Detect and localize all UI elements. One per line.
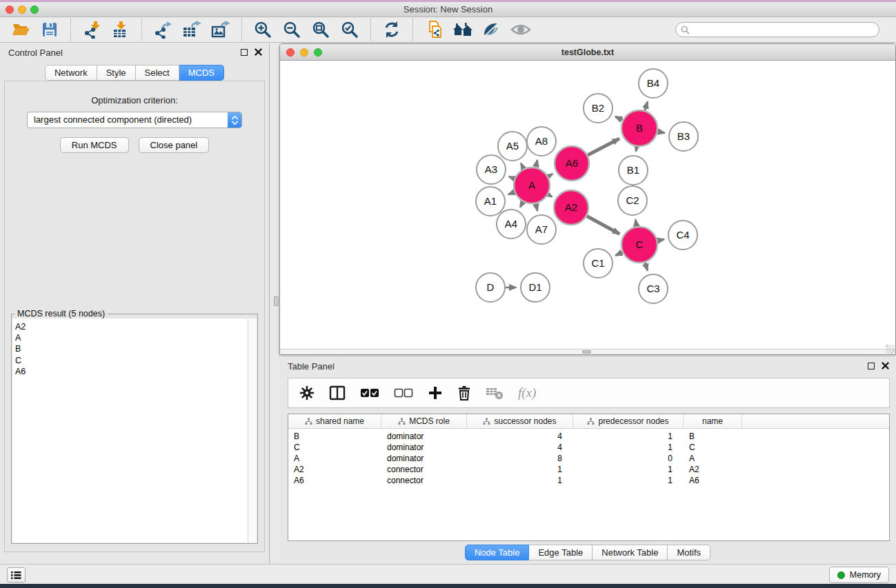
- graph-node-D1[interactable]: D1: [521, 273, 550, 302]
- graph-node-C1[interactable]: C1: [584, 249, 613, 278]
- table-cell[interactable]: 1: [573, 431, 684, 442]
- edge-A-A8[interactable]: [536, 160, 537, 167]
- table-settings-gear-icon[interactable]: [299, 385, 315, 401]
- edge-A-A6[interactable]: [548, 174, 552, 176]
- table-cell[interactable]: 1: [573, 464, 684, 475]
- edge-A6-B[interactable]: [588, 139, 619, 155]
- graph-node-B1[interactable]: B1: [619, 156, 648, 185]
- network-canvas[interactable]: B4B2BB3A5A8A6B1A3AC2A1A2A4A7C4CC1C3DD1: [280, 61, 895, 349]
- network-hscroll-thumb[interactable]: [582, 350, 591, 354]
- tab-network-table[interactable]: Network Table: [593, 545, 668, 560]
- import-table-icon[interactable]: [110, 20, 131, 39]
- tab-node-table[interactable]: Node Table: [465, 545, 530, 560]
- table-cell[interactable]: A6: [288, 475, 381, 486]
- memory-button[interactable]: Memory: [829, 567, 889, 583]
- float-table-panel-icon[interactable]: [868, 363, 875, 369]
- network-zoom-button[interactable]: [314, 48, 322, 57]
- edge-A-A5[interactable]: [521, 163, 524, 169]
- edge-B-B2[interactable]: [615, 116, 622, 120]
- graph-node-A5[interactable]: A5: [498, 132, 527, 161]
- table-cell[interactable]: dominator: [381, 442, 467, 453]
- network-close-button[interactable]: [286, 48, 295, 57]
- table-header-row[interactable]: shared nameMCDS rolesuccessor nodesprede…: [288, 414, 889, 429]
- network-vscroll-thumb[interactable]: [274, 296, 279, 306]
- edge-C-C3[interactable]: [645, 263, 648, 271]
- deselect-all-checkboxes-icon[interactable]: [394, 388, 413, 398]
- table-row[interactable]: A6connector11A6: [288, 475, 889, 486]
- refresh-layout-icon[interactable]: [381, 20, 402, 39]
- task-history-button[interactable]: [7, 567, 26, 582]
- table-body[interactable]: Bdominator41BCdominator41CAdominator80AA…: [288, 429, 889, 486]
- show-hide-eye-icon[interactable]: [510, 20, 531, 39]
- graph-node-A[interactable]: A: [514, 168, 550, 203]
- edge-C-C4[interactable]: [657, 239, 664, 241]
- table-cell[interactable]: connector: [381, 475, 467, 486]
- table-row[interactable]: A2connector11A2: [288, 464, 889, 475]
- graph-node-C2[interactable]: C2: [618, 186, 647, 215]
- select-all-checkboxes-icon[interactable]: [360, 388, 379, 398]
- column-selector-icon[interactable]: [329, 385, 346, 401]
- zoom-window-button[interactable]: [30, 6, 39, 14]
- column-header-shared-name[interactable]: shared name: [288, 414, 381, 428]
- edge-A2-C[interactable]: [587, 216, 619, 234]
- add-column-icon[interactable]: [428, 385, 443, 401]
- zoom-in-icon[interactable]: [252, 20, 273, 39]
- graph-node-C[interactable]: C: [621, 227, 657, 263]
- export-table-icon[interactable]: [181, 20, 202, 39]
- tab-mcds[interactable]: MCDS: [179, 65, 224, 81]
- graph-node-B2[interactable]: B2: [584, 94, 613, 123]
- table-cell[interactable]: 1: [573, 442, 684, 453]
- tab-motifs[interactable]: Motifs: [668, 545, 710, 560]
- result-item[interactable]: A6: [15, 366, 257, 377]
- graph-node-A8[interactable]: A8: [527, 127, 556, 156]
- table-cell[interactable]: 0: [573, 453, 684, 464]
- edge-B-B1[interactable]: [636, 147, 637, 152]
- edge-A-A4[interactable]: [520, 202, 523, 207]
- tab-network[interactable]: Network: [45, 65, 97, 81]
- tab-select[interactable]: Select: [136, 65, 179, 81]
- graph-node-B3[interactable]: B3: [669, 122, 698, 151]
- table-cell[interactable]: 1: [573, 475, 684, 486]
- node-table[interactable]: shared nameMCDS rolesuccessor nodesprede…: [288, 414, 890, 541]
- edge-A-A7[interactable]: [536, 203, 537, 210]
- result-item[interactable]: C: [15, 355, 257, 366]
- table-cell[interactable]: B: [288, 431, 381, 442]
- table-cell[interactable]: A2: [684, 464, 742, 475]
- edge-C-C2[interactable]: [635, 220, 637, 227]
- criterion-select[interactable]: largest connected component (directed): [27, 112, 242, 128]
- graph-node-A7[interactable]: A7: [527, 215, 556, 244]
- graph-node-C3[interactable]: C3: [639, 274, 668, 303]
- graph-node-A3[interactable]: A3: [477, 155, 506, 184]
- mcds-result-list[interactable]: A2ABCA6: [12, 318, 257, 377]
- table-cell[interactable]: C: [684, 442, 742, 453]
- result-item[interactable]: B: [15, 343, 257, 354]
- table-cell[interactable]: A2: [288, 464, 381, 475]
- delete-table-icon[interactable]: [486, 386, 504, 400]
- result-scrollbar[interactable]: [248, 318, 257, 543]
- network-window-titlebar[interactable]: testGlobe.txt: [280, 44, 895, 61]
- function-builder-icon[interactable]: f(x): [518, 385, 536, 401]
- network-graph[interactable]: B4B2BB3A5A8A6B1A3AC2A1A2A4A7C4CC1C3DD1: [280, 61, 895, 349]
- edge-C-C1[interactable]: [616, 252, 623, 255]
- minimize-window-button[interactable]: [18, 6, 26, 14]
- graph-node-B[interactable]: B: [621, 110, 657, 146]
- result-item[interactable]: A: [15, 332, 257, 343]
- table-cell[interactable]: 4: [467, 442, 573, 453]
- graph-node-A2[interactable]: A2: [554, 190, 588, 225]
- column-header-predecessor-nodes[interactable]: predecessor nodes: [573, 414, 684, 428]
- table-cell[interactable]: 1: [467, 475, 573, 486]
- graph-node-C4[interactable]: C4: [668, 221, 697, 250]
- resize-grip[interactable]: [886, 345, 895, 354]
- save-session-icon[interactable]: [39, 20, 60, 39]
- table-cell[interactable]: C: [288, 442, 381, 453]
- export-network-icon[interactable]: [152, 20, 173, 39]
- close-panel-icon[interactable]: [255, 48, 262, 56]
- edge-B-B4[interactable]: [645, 102, 648, 110]
- edge-A-A2[interactable]: [548, 194, 552, 196]
- table-cell[interactable]: B: [684, 431, 742, 442]
- graph-node-A1[interactable]: A1: [476, 187, 505, 216]
- import-network-icon[interactable]: [81, 20, 102, 39]
- open-session-icon[interactable]: [10, 20, 31, 39]
- table-cell[interactable]: dominator: [381, 453, 467, 464]
- tab-style[interactable]: Style: [97, 65, 136, 81]
